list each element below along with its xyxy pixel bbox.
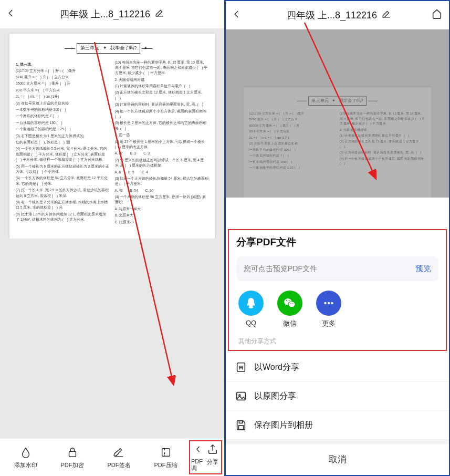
doc-line: (10) 有两本完全一样的新华字典, 长 15 厘米, 宽 10 厘米, 高 4…: [340, 111, 425, 127]
watermark-button[interactable]: 添加水印: [2, 446, 49, 469]
doc-line: A. 与原来一样大: [115, 206, 209, 212]
tool-label: PDF压缩: [154, 461, 177, 469]
banner-question: 我学会了吗?: [110, 45, 137, 50]
cancel-button[interactable]: 取消: [226, 440, 449, 475]
doc-line: (3) 右下图是棱长为 1 厘米的正方体拼成的,: [16, 133, 110, 139]
doc-line: (4) 一个木块的体积是 96 立方厘米, 挖掉一块后 (如图), 表面积:: [115, 194, 209, 205]
doc-column-right: (10) 有两本完全一样的新华字典, 长 15 厘米, 宽 10 厘米, 高 4…: [115, 60, 209, 226]
doc-line: 一个酱油瓶子的容积约是 1.25 ( ): [16, 127, 110, 132]
share-wechat[interactable]: 微信: [277, 291, 302, 328]
page-title: 四年级 上...8_112216: [21, 8, 203, 20]
doc-line: 2L = ( ) mL = ( ) cm (1升): [249, 135, 335, 140]
doc-line: 2. 火眼金睛辨对错.: [340, 127, 425, 132]
share-button[interactable]: 分享: [206, 442, 221, 472]
doc-line: (1)17.09 立方分米 = ( ) 升 = ( )毫升: [249, 111, 335, 117]
doc-line: 20.6 平方米 = ( ) 平方分米: [249, 129, 335, 134]
doc-line: (7) 挖一个长 4 米, 宽 2.5 米的长方体沙坑, 要使沙坑的容积达到 8…: [16, 188, 110, 199]
doc-line: 5740 毫升 = ( ) 升 ( ) 立方分米: [16, 75, 110, 80]
back-icon[interactable]: [232, 8, 247, 22]
tool-label: PDF调: [191, 458, 206, 472]
tool-label: PDF加密: [61, 461, 84, 469]
doc-line: (5) 棱长是 2 厘米的正方体, 它的棱长之和与它的表面积相等. ( ): [115, 120, 209, 131]
preview-card[interactable]: 您可点击预览PDF文件 预览: [236, 256, 438, 281]
doc-line: 一台冰箱的容积约是 180 ( ): [249, 159, 335, 164]
share-main-box: 分享PDF文件 您可点击预览PDF文件 预览 QQ 微信: [228, 229, 447, 351]
doc-line: 2. 火眼金睛辨对错.: [115, 77, 209, 82]
back-icon[interactable]: [6, 7, 21, 21]
doc-line: 一本数学书的体积约是 300 ( ): [249, 147, 335, 152]
share-highlight-group: PDF调 分享: [189, 440, 222, 474]
doc-banner: 第三单元 ✦ 我学会了吗? ✦: [16, 43, 208, 54]
doc-line: 3. 选一选.: [115, 132, 209, 138]
header-right: 四年级 上...8_112216: [226, 1, 449, 29]
doc-line: (1)17.09 立方分米 = ( ) 升 = ( )毫升: [16, 68, 110, 74]
doc-line: (2) 56 厘米长的铁丝正好可以焊成一个长 6 厘米, 宽 4 厘米, 高 (…: [115, 158, 209, 169]
doc-line: (3) 如果一个正方体的棱长总和是 54 厘米, 那么它的表面积是 ( ) 平方…: [115, 176, 209, 187]
share-more[interactable]: 更多: [316, 291, 341, 328]
doc-line: (10) 有两本完全一样的新华字典, 长 15 厘米, 宽 10 厘米, 高 4…: [115, 60, 209, 76]
wechat-icon: [277, 291, 302, 316]
doc-line: A. 6 B. 5 C. 4: [115, 170, 209, 175]
doc-line: 一个西瓜的体积约是 7 ( ): [16, 113, 110, 119]
svg-rect-8: [237, 392, 246, 400]
share-word-item[interactable]: 以Word分享: [226, 353, 449, 382]
home-icon[interactable]: [431, 8, 443, 23]
doc-line: C. 比原来小: [115, 220, 209, 225]
save-icon: [235, 419, 247, 431]
section-heading: 1. 填一填.: [16, 61, 110, 67]
pdf-adjust-button[interactable]: PDF调: [191, 442, 206, 472]
svg-rect-1: [162, 449, 170, 457]
sign-button[interactable]: PDF签名: [96, 446, 142, 469]
pen-icon: [113, 446, 125, 459]
doc-line: 一本数学书的体积约是 300 ( ): [16, 107, 110, 112]
svg-point-4: [324, 302, 326, 304]
doc-line: (8) 有一个棱长是 2 分米的正方体水桶, 水桶的水离上水槽口 5 厘米, 水…: [16, 200, 110, 211]
title-text: 四年级 上...8_112216: [60, 9, 150, 19]
banner-unit: 第三单元: [80, 45, 99, 50]
qq-icon: [238, 291, 264, 316]
tool-label: 添加水印: [14, 461, 37, 469]
right-screen: 四年级 上...8_112216 第三单元 ✦ 我学会了吗? (1)17.09 …: [225, 0, 450, 476]
chevron-left-icon: [194, 442, 203, 456]
image-icon: [235, 390, 247, 402]
droplet-icon: [20, 446, 32, 459]
lock-icon: [67, 446, 78, 459]
svg-rect-10: [239, 421, 242, 423]
encrypt-button[interactable]: PDF加密: [49, 446, 96, 469]
doc-line: 65000 立方厘米 = ( ) 毫升 ( ) 升: [249, 123, 335, 128]
doc-line: 65000 立方厘米 = ( ) 毫升 ( ) 升: [16, 81, 110, 86]
cancel-label: 取消: [329, 454, 347, 464]
doc-line: 一台冰箱的容积约是 180 ( ): [16, 120, 110, 126]
doc-line: 一个西瓜的体积约是 7 ( ): [249, 153, 335, 158]
share-image-item[interactable]: 以原图分享: [226, 382, 449, 411]
doc-line: A. 27 B. 3 C. 3: [115, 151, 209, 156]
doc-line: (2) 在括号里填上合适的单位名称: [16, 101, 110, 106]
edit-icon[interactable]: [155, 8, 164, 20]
doc-line: 一个酱油瓶子的容积约是 1.25 ( ): [249, 165, 335, 170]
doc-line: (9) 把土壤 1.8m 的方体休闲增加 12 L, 底面积比原来增加了 124…: [16, 212, 110, 223]
save-album-item[interactable]: 保存图片到相册: [226, 411, 449, 440]
word-icon: [235, 361, 247, 373]
document-viewer[interactable]: 第三单元 ✦ 我学会了吗? ✦ 1. 填一填. (1)17.09 立方分米 = …: [0, 28, 224, 239]
doc-line: (4) 把一个长方体截成两个小长方体后, 截面的表面积相等. ( ): [115, 109, 209, 120]
doc-line: 2L = ( ) mL = ( ) cm (1升): [16, 94, 110, 99]
more-icon: [316, 291, 341, 316]
tool-label: 分享: [207, 458, 218, 466]
share-qq[interactable]: QQ: [238, 291, 264, 328]
compress-icon: [160, 446, 172, 459]
other-share-label: 其他分享方式: [236, 336, 438, 348]
share-label: 更多: [322, 319, 336, 328]
preview-button[interactable]: 预览: [415, 264, 431, 274]
share-label: QQ: [246, 319, 256, 327]
preview-hint: 您可点击预览PDF文件: [244, 264, 317, 274]
doc-line: (5) 用一个棱长为 6 厘米的正方体切成棱长为 2 厘米的小正方体, 可以切 …: [16, 164, 110, 175]
edit-icon[interactable]: [382, 9, 391, 21]
doc-line: 5740 毫升 = ( ) 升 ( ) 立方分米: [249, 117, 335, 122]
doc-line: (3) 计算容器的容积时, 要从容器的里面量长, 宽, 高. ( ): [340, 150, 425, 156]
svg-rect-0: [69, 451, 76, 457]
header-left: 四年级 上...8_112216: [0, 0, 224, 28]
doc-line: (1) 用 27 个棱长是 1 厘米的小正方体, 可以拼成一个棱长 ( ) 厘米…: [115, 139, 209, 150]
compress-button[interactable]: PDF压缩: [142, 446, 189, 469]
list-label: 以Word分享: [254, 362, 299, 373]
doc-line: A. 48 B. 54 C. 60: [115, 188, 209, 193]
